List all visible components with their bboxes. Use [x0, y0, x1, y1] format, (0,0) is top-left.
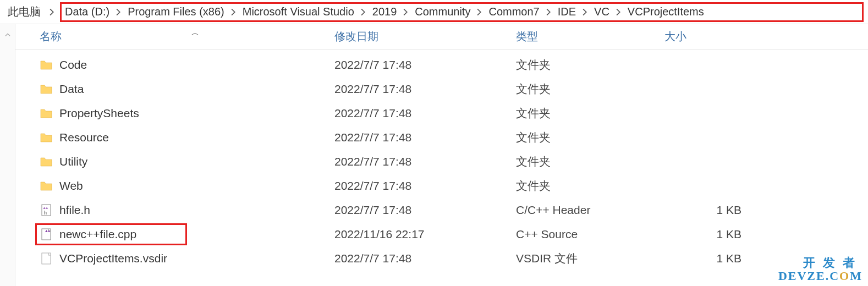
- breadcrumb-label: Community: [414, 6, 471, 18]
- breadcrumb-item[interactable]: Data (D:): [64, 6, 111, 18]
- cell-name: Code: [15, 58, 334, 72]
- breadcrumb-item[interactable]: Program Files (x86): [127, 6, 226, 18]
- file-name: Utility: [59, 155, 87, 168]
- table-row[interactable]: PropertySheets2022/7/7 17:48文件夹: [15, 101, 868, 125]
- cell-date: 2022/7/7 17:48: [334, 58, 516, 72]
- breadcrumb-item[interactable]: 2019: [371, 6, 398, 18]
- table-row[interactable]: ++hhfile.h2022/7/7 17:48C/C++ Header1 KB: [15, 198, 868, 222]
- chevron-right-icon[interactable]: [226, 8, 241, 16]
- folder-icon: [40, 82, 53, 96]
- file-name: VCProjectItems.vsdir: [59, 252, 167, 265]
- table-row[interactable]: ++newc++file.cpp2022/11/16 22:17C++ Sour…: [15, 222, 868, 246]
- breadcrumb-item[interactable]: VC: [593, 6, 611, 18]
- table-row[interactable]: Data2022/7/7 17:48文件夹: [15, 77, 868, 101]
- cell-size: 1 KB: [664, 228, 774, 241]
- column-date[interactable]: 修改日期: [334, 29, 516, 44]
- chevron-right-icon[interactable]: [577, 8, 593, 16]
- cell-type: 文件夹: [516, 130, 664, 145]
- breadcrumb-label: IDE: [557, 6, 577, 18]
- breadcrumb-bar: 此电脑 Data (D:)Program Files (x86)Microsof…: [0, 0, 868, 24]
- hfile-icon: ++h: [40, 204, 53, 217]
- breadcrumb-path-box: Data (D:)Program Files (x86)Microsoft Vi…: [60, 2, 864, 22]
- column-name-label: 名称: [40, 30, 62, 42]
- cell-name: VCProjectItems.vsdir: [15, 252, 334, 265]
- breadcrumb-item[interactable]: Community: [414, 6, 471, 18]
- cell-date: 2022/11/16 22:17: [334, 228, 516, 241]
- breadcrumb-label: Program Files (x86): [127, 6, 226, 18]
- breadcrumb-item[interactable]: Microsoft Visual Studio: [241, 6, 355, 18]
- folder-icon: [40, 107, 53, 120]
- file-name: hfile.h: [59, 204, 90, 217]
- cell-date: 2022/7/7 17:48: [334, 155, 516, 168]
- file-name: Data: [59, 82, 84, 96]
- chevron-right-icon[interactable]: [355, 8, 371, 16]
- cell-date: 2022/7/7 17:48: [334, 204, 516, 217]
- nav-strip: [0, 24, 15, 286]
- cell-date: 2022/7/7 17:48: [334, 252, 516, 265]
- cell-date: 2022/7/7 17:48: [334, 179, 516, 193]
- breadcrumb-label: 2019: [371, 6, 398, 18]
- cell-type: 文件夹: [516, 178, 664, 194]
- breadcrumb-item[interactable]: VCProjectItems: [627, 6, 705, 18]
- file-listing: 名称 ︿ 修改日期 类型 大小 Code2022/7/7 17:48文件夹Dat…: [15, 24, 868, 286]
- chevron-right-icon[interactable]: [611, 8, 627, 16]
- sort-caret-icon: ︿: [191, 28, 199, 38]
- folder-icon: [40, 179, 53, 193]
- breadcrumb-label: Microsoft Visual Studio: [241, 6, 355, 18]
- file-name: Code: [59, 58, 87, 72]
- cell-name: ++hhfile.h: [15, 204, 334, 217]
- breadcrumb-item[interactable]: Common7: [487, 6, 540, 18]
- cell-type: 文件夹: [516, 154, 664, 169]
- breadcrumb-label: VCProjectItems: [627, 6, 705, 18]
- column-type[interactable]: 类型: [516, 29, 664, 44]
- cell-date: 2022/7/7 17:48: [334, 82, 516, 96]
- highlight-box: [35, 223, 187, 245]
- breadcrumb-root[interactable]: 此电脑: [4, 2, 44, 21]
- cell-type: C++ Source: [516, 228, 664, 241]
- cell-type: 文件夹: [516, 106, 664, 121]
- cell-type: 文件夹: [516, 57, 664, 73]
- table-row[interactable]: Code2022/7/7 17:48文件夹: [15, 53, 868, 77]
- breadcrumb-label: Data (D:): [64, 6, 111, 18]
- cell-type: 文件夹: [516, 81, 664, 97]
- file-name: Resource: [59, 131, 109, 144]
- cell-date: 2022/7/7 17:48: [334, 131, 516, 144]
- chevron-right-icon[interactable]: [44, 8, 60, 16]
- cell-size: 1 KB: [664, 252, 774, 265]
- breadcrumb-item[interactable]: IDE: [557, 6, 577, 18]
- file-icon: [40, 252, 53, 265]
- cell-type: C/C++ Header: [516, 204, 664, 217]
- cell-name: Web: [15, 179, 334, 193]
- table-row[interactable]: Resource2022/7/7 17:48文件夹: [15, 125, 868, 150]
- chevron-right-icon[interactable]: [398, 8, 414, 16]
- breadcrumb-label: VC: [593, 6, 611, 18]
- columns-header: 名称 ︿ 修改日期 类型 大小: [15, 24, 868, 50]
- svg-rect-5: [42, 253, 51, 264]
- file-name: Web: [59, 179, 83, 193]
- column-size[interactable]: 大小: [664, 29, 774, 44]
- cell-size: 1 KB: [664, 204, 774, 217]
- cell-name: Utility: [15, 155, 334, 168]
- cell-name: PropertySheets: [15, 107, 334, 120]
- column-name[interactable]: 名称 ︿: [15, 29, 334, 44]
- table-row[interactable]: VCProjectItems.vsdir2022/7/7 17:48VSDIR …: [15, 246, 868, 271]
- svg-text:h: h: [44, 210, 47, 216]
- chevron-right-icon[interactable]: [471, 8, 487, 16]
- chevron-right-icon[interactable]: [541, 8, 557, 16]
- cell-type: VSDIR 文件: [516, 251, 664, 266]
- folder-icon: [40, 131, 53, 144]
- cell-name: Data: [15, 82, 334, 96]
- breadcrumb-label: Common7: [487, 6, 540, 18]
- file-name: PropertySheets: [59, 107, 139, 120]
- cell-name: Resource: [15, 131, 334, 144]
- chevron-up-icon[interactable]: [5, 31, 10, 286]
- table-row[interactable]: Web2022/7/7 17:48文件夹: [15, 174, 868, 198]
- cell-date: 2022/7/7 17:48: [334, 107, 516, 120]
- chevron-right-icon[interactable]: [111, 8, 127, 16]
- table-row[interactable]: Utility2022/7/7 17:48文件夹: [15, 150, 868, 174]
- folder-icon: [40, 155, 53, 168]
- folder-icon: [40, 58, 53, 72]
